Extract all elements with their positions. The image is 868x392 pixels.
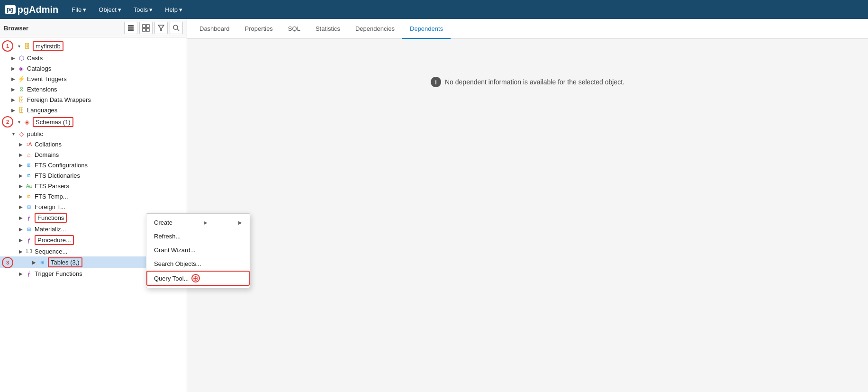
arrow-languages[interactable]: ▶ xyxy=(9,106,17,114)
tree-label-event-triggers: Event Triggers xyxy=(27,75,67,82)
tab-sql[interactable]: SQL xyxy=(280,19,308,39)
tree-label-foreign-t: Foreign T... xyxy=(35,203,65,210)
filter-btn[interactable] xyxy=(154,22,168,34)
arrow-fts-config[interactable]: ▶ xyxy=(17,161,25,169)
grid-btn[interactable] xyxy=(139,22,153,34)
tree-label-fts-dict: FTS Dictionaries xyxy=(35,172,80,179)
procedure-icon: ƒ xyxy=(25,236,33,245)
tree-item-myfirstdb[interactable]: 1 ▾ 🗄 myfirstdb xyxy=(0,39,187,53)
tab-statistics[interactable]: Statistics xyxy=(308,19,348,39)
arrow-fdw[interactable]: ▶ xyxy=(9,96,17,103)
arrow-public[interactable]: ▾ xyxy=(9,130,17,137)
context-menu-grant-wizard[interactable]: Grant Wizard... xyxy=(146,243,250,257)
db-icon: 🗄 xyxy=(23,42,31,50)
content-area: Dashboard Properties SQL Statistics Depe… xyxy=(187,19,868,392)
annotation-2: 2 xyxy=(2,116,13,128)
catalogs-icon: ◈ xyxy=(17,64,26,73)
arrow-tables[interactable]: ▶ xyxy=(30,259,38,266)
svg-point-8 xyxy=(173,25,178,29)
annotation-1: 1 xyxy=(2,40,13,52)
svg-rect-6 xyxy=(146,28,149,31)
tree-item-schemas[interactable]: 2 ▾ ◈ Schemas (1) xyxy=(0,115,187,128)
tree-item-public[interactable]: ▾ ◇ public xyxy=(0,128,187,139)
query-tool-circle-icon: ⊕ xyxy=(191,274,200,283)
tree-item-languages[interactable]: ▶ 🗄 Languages xyxy=(0,105,187,115)
menu-file[interactable]: File ▾ xyxy=(68,4,90,15)
arrow-casts[interactable]: ▶ xyxy=(9,54,17,62)
arrow-materializ[interactable]: ▶ xyxy=(17,225,25,233)
svg-rect-1 xyxy=(128,27,134,29)
tree-item-fts-dict[interactable]: ▶ 🗎 FTS Dictionaries xyxy=(0,170,187,181)
tab-dependents[interactable]: Dependents xyxy=(402,19,451,39)
tree-item-event-triggers[interactable]: ▶ ⚡ Event Triggers xyxy=(0,73,187,84)
tree-item-fts-parsers[interactable]: ▶ Aa FTS Parsers xyxy=(0,181,187,191)
tree-item-fts-temp[interactable]: ▶ 🗎 FTS Temp... xyxy=(0,191,187,201)
tree-label-procedure: Procedure... xyxy=(35,235,74,245)
tree-item-collations[interactable]: ▶ ↕A Collations xyxy=(0,139,187,149)
tabs-bar: Dashboard Properties SQL Statistics Depe… xyxy=(187,19,868,39)
tree-item-fts-config[interactable]: ▶ 🗎 FTS Configurations xyxy=(0,160,187,170)
foreign-t-icon: ⊞ xyxy=(25,202,33,211)
extensions-icon: ⧖ xyxy=(17,85,26,93)
arrow-event-triggers[interactable]: ▶ xyxy=(9,75,17,82)
svg-rect-3 xyxy=(143,25,145,27)
tree-label-sequences: Sequence... xyxy=(35,248,67,255)
tree-item-fdw[interactable]: ▶ 🗄 Foreign Data Wrappers xyxy=(0,94,187,105)
browser-header: Browser xyxy=(0,19,187,37)
tab-properties[interactable]: Properties xyxy=(237,19,280,39)
context-menu-search-objects[interactable]: Search Objects... xyxy=(146,257,250,271)
context-menu-refresh[interactable]: Refresh... xyxy=(146,229,250,243)
svg-rect-5 xyxy=(143,28,145,31)
arrow-trigger-functions[interactable]: ▶ xyxy=(17,270,25,277)
arrow-procedure[interactable]: ▶ xyxy=(17,237,25,244)
info-text: No dependent information is available fo… xyxy=(445,78,624,86)
properties-btn[interactable] xyxy=(124,22,137,34)
tab-dashboard[interactable]: Dashboard xyxy=(192,19,237,39)
tree-label-myfirstdb: myfirstdb xyxy=(33,41,63,51)
arrow-fts-parsers[interactable]: ▶ xyxy=(17,182,25,190)
context-menu-query-tool[interactable]: Query Tool... ⊕ xyxy=(146,271,250,286)
tree-label-functions: Functions xyxy=(35,213,67,223)
tree-label-fdw: Foreign Data Wrappers xyxy=(27,96,91,103)
fts-temp-icon: 🗎 xyxy=(25,192,33,201)
trigger-functions-icon: ƒ xyxy=(25,269,33,278)
info-message: i No dependent information is available … xyxy=(431,77,624,87)
menu-object[interactable]: Object ▾ xyxy=(95,4,125,15)
search-btn[interactable] xyxy=(170,22,183,34)
tree-label-public: public xyxy=(27,130,43,137)
arrow-fts-dict[interactable]: ▶ xyxy=(17,172,25,179)
functions-icon: ƒ xyxy=(25,214,33,222)
arrow-extensions[interactable]: ▶ xyxy=(9,85,17,93)
arrow-foreign-t[interactable]: ▶ xyxy=(17,203,25,210)
tree-label-tables: Tables (3,) xyxy=(48,257,82,267)
tree-item-casts[interactable]: ▶ ⬡ Casts xyxy=(0,53,187,63)
svg-rect-2 xyxy=(128,29,134,31)
tree-label-trigger-functions: Trigger Functions xyxy=(35,270,82,277)
arrow-sequences[interactable]: ▶ xyxy=(17,247,25,255)
tree-item-foreign-t[interactable]: ▶ ⊞ Foreign T... xyxy=(0,201,187,212)
arrow-functions[interactable]: ▶ xyxy=(17,214,25,222)
tree-label-schemas: Schemas (1) xyxy=(33,117,73,127)
logo-text: pgAdmin xyxy=(18,4,59,15)
browser-title: Browser xyxy=(4,25,122,32)
tree-item-domains[interactable]: ▶ ⌂ Domains xyxy=(0,149,187,160)
arrow-catalogs[interactable]: ▶ xyxy=(9,64,17,72)
main-layout: Browser 1 ▾ 🗄 myfirstdb xyxy=(0,19,868,392)
top-nav-bar: pg pgAdmin File ▾ Object ▾ Tools ▾ Help … xyxy=(0,0,868,19)
fts-config-icon: 🗎 xyxy=(25,161,33,169)
context-menu-create[interactable]: Create ▶ xyxy=(146,216,250,229)
fts-dict-icon: 🗎 xyxy=(25,171,33,180)
tree-item-catalogs[interactable]: ▶ ◈ Catalogs xyxy=(0,63,187,73)
arrow-domains[interactable]: ▶ xyxy=(17,151,25,158)
menu-help[interactable]: Help ▾ xyxy=(161,4,186,15)
annotation-3: 3 xyxy=(2,257,13,268)
event-triggers-icon: ⚡ xyxy=(17,74,26,83)
menu-tools[interactable]: Tools ▾ xyxy=(130,4,156,15)
arrow-myfirstdb[interactable]: ▾ xyxy=(15,42,23,50)
arrow-fts-temp[interactable]: ▶ xyxy=(17,192,25,200)
tree-item-extensions[interactable]: ▶ ⧖ Extensions xyxy=(0,84,187,94)
tab-dependencies[interactable]: Dependencies xyxy=(348,19,402,39)
logo: pg pgAdmin xyxy=(5,4,58,15)
arrow-collations[interactable]: ▶ xyxy=(17,140,25,148)
arrow-schemas[interactable]: ▾ xyxy=(15,118,23,126)
